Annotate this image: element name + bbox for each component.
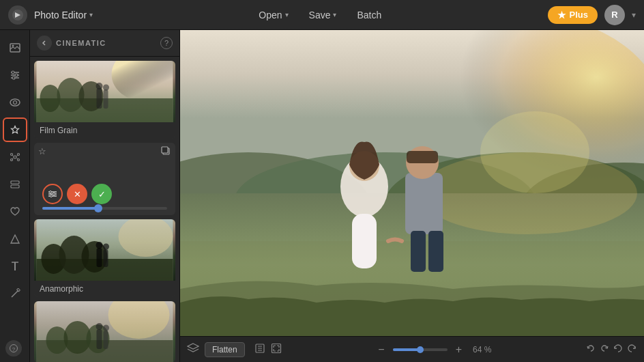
svg-point-36 — [103, 85, 109, 91]
svg-rect-21 — [11, 185, 19, 188]
sidebar-icons — [0, 30, 30, 362]
svg-point-42 — [50, 191, 52, 193]
copy-icon[interactable] — [160, 145, 171, 156]
svg-point-62 — [96, 323, 103, 330]
svg-point-64 — [103, 325, 109, 331]
help-button[interactable]: ? — [5, 340, 22, 357]
panel-help-button[interactable]: ? — [160, 37, 173, 49]
favorite-star-icon[interactable]: ☆ — [38, 146, 46, 156]
filter-card-film-grain[interactable]: Film Grain — [34, 61, 175, 139]
panel: CINEMATIC ? — [30, 30, 180, 362]
sidebar-item-brush[interactable] — [3, 281, 27, 306]
flatten-button[interactable]: Flatten — [205, 342, 245, 357]
svg-point-8 — [12, 76, 15, 79]
rotate-left-icon[interactable] — [585, 343, 596, 356]
zoom-percent: 64 % — [473, 345, 491, 354]
undo-icon[interactable] — [613, 343, 624, 356]
filter-controls: ✕ ✓ — [38, 178, 171, 207]
svg-rect-84 — [272, 344, 280, 353]
app-title[interactable]: Photo Editor ▾ — [34, 10, 93, 20]
bottom-bar: Flatten − — [180, 336, 644, 362]
photo-container — [180, 30, 644, 336]
svg-point-11 — [14, 156, 16, 158]
svg-marker-22 — [11, 235, 19, 243]
zoom-plus-button[interactable]: + — [453, 344, 465, 356]
active-filter-header: ☆ — [34, 143, 175, 159]
nav-arrows — [585, 343, 637, 356]
zoom-minus-button[interactable]: − — [375, 344, 387, 356]
strength-slider[interactable] — [42, 207, 167, 210]
filter-card-active[interactable]: ☆ — [34, 143, 175, 215]
redo-icon[interactable] — [626, 343, 637, 356]
sidebar-item-nodes[interactable] — [3, 145, 27, 169]
svg-line-17 — [17, 155, 18, 156]
sidebar-item-favorites[interactable] — [3, 117, 27, 142]
rotate-right-icon[interactable] — [599, 343, 610, 356]
fullscreen-icon[interactable] — [271, 343, 282, 356]
svg-point-54 — [103, 244, 109, 250]
star-icon: ★ — [557, 10, 566, 20]
svg-point-82 — [480, 111, 589, 193]
sidebar-item-text[interactable] — [3, 254, 27, 279]
svg-rect-33 — [97, 88, 102, 109]
plus-button[interactable]: ★ Plus — [548, 6, 598, 24]
svg-point-6 — [12, 71, 14, 74]
batch-button[interactable]: Batch — [350, 7, 388, 23]
save-button[interactable]: Save ▾ — [302, 7, 344, 23]
sidebar-item-image[interactable] — [3, 36, 27, 60]
topbar: Photo Editor ▾ Open ▾ Save ▾ Batch ★ Plu… — [0, 0, 644, 30]
svg-rect-38 — [162, 147, 168, 153]
svg-rect-61 — [97, 329, 102, 349]
sidebar-item-view[interactable] — [3, 90, 27, 115]
sidebar-item-layers[interactable] — [3, 172, 27, 197]
svg-point-9 — [10, 99, 20, 106]
svg-rect-63 — [104, 331, 108, 349]
expand-icon[interactable] — [254, 343, 265, 356]
svg-line-25 — [12, 290, 18, 297]
canvas-main — [180, 30, 644, 336]
app-title-chevron: ▾ — [89, 11, 93, 18]
svg-point-34 — [96, 83, 103, 89]
svg-text:?: ? — [12, 346, 16, 352]
svg-rect-20 — [11, 181, 19, 184]
canvas-area: Flatten − — [180, 30, 644, 362]
svg-rect-75 — [352, 214, 377, 268]
filter-card-fourth[interactable] — [34, 301, 175, 362]
svg-line-19 — [17, 158, 18, 160]
filter-accept-button[interactable]: ✓ — [91, 184, 112, 204]
filter-settings-button[interactable] — [42, 184, 63, 204]
layers-bottom-icon[interactable] — [187, 343, 199, 356]
svg-point-14 — [10, 159, 12, 161]
avatar[interactable]: R — [604, 5, 625, 25]
svg-point-10 — [13, 101, 16, 105]
svg-rect-79 — [428, 231, 443, 272]
filter-reject-button[interactable]: ✕ — [67, 184, 87, 204]
zoom-slider[interactable] — [393, 348, 448, 351]
filter-label-film-grain: Film Grain — [34, 122, 175, 139]
panel-back-button[interactable] — [37, 36, 52, 51]
svg-rect-81 — [407, 151, 438, 163]
sidebar-item-shape[interactable] — [3, 227, 27, 251]
filter-card-anamorphic[interactable]: Anamorphic — [34, 219, 175, 297]
svg-point-52 — [96, 242, 103, 249]
svg-point-13 — [17, 154, 19, 156]
filter-label-anamorphic: Anamorphic — [34, 281, 175, 297]
open-button[interactable]: Open ▾ — [252, 7, 295, 23]
app-logo — [8, 5, 27, 25]
svg-point-15 — [17, 159, 19, 161]
svg-line-18 — [12, 158, 13, 160]
svg-point-44 — [50, 195, 53, 197]
svg-point-12 — [10, 154, 12, 156]
sidebar-item-adjustments[interactable] — [3, 63, 27, 87]
svg-point-43 — [53, 193, 55, 195]
sidebar-item-liked[interactable] — [3, 199, 27, 224]
account-chevron[interactable]: ▾ — [632, 10, 636, 20]
panel-header: CINEMATIC ? — [30, 30, 179, 57]
svg-rect-35 — [104, 89, 108, 109]
main-area: CINEMATIC ? — [0, 30, 644, 362]
panel-list: Film Grain ☆ — [30, 57, 179, 362]
svg-rect-51 — [97, 248, 102, 267]
svg-rect-78 — [411, 231, 426, 272]
svg-rect-77 — [405, 173, 443, 234]
svg-point-7 — [15, 74, 18, 76]
